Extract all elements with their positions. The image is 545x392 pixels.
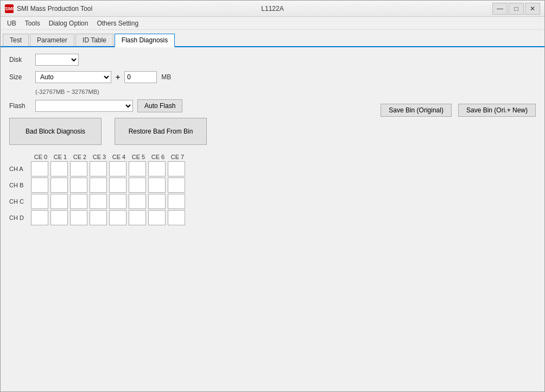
menu-bar: UB Tools Dialog Option Others Setting bbox=[1, 17, 544, 30]
col-header-6: CE 6 bbox=[148, 154, 168, 160]
cell-chd-7[interactable] bbox=[168, 210, 185, 225]
title-controls: — □ ✕ bbox=[492, 3, 540, 15]
cell-chd-3[interactable] bbox=[90, 210, 107, 225]
maximize-button[interactable]: □ bbox=[509, 3, 524, 15]
title-bar-left: SMI SMI Mass Production Tool bbox=[5, 4, 92, 13]
close-button[interactable]: ✕ bbox=[525, 3, 540, 15]
cell-chb-0[interactable] bbox=[31, 178, 48, 193]
grid-row-chd: CH D bbox=[9, 210, 536, 225]
auto-flash-button[interactable]: Auto Flash bbox=[137, 99, 182, 112]
disk-row: Disk bbox=[9, 54, 536, 66]
col-header-2: CE 2 bbox=[70, 154, 90, 160]
cell-chc-4[interactable] bbox=[109, 194, 126, 209]
app-title: SMI Mass Production Tool bbox=[17, 5, 92, 12]
app-icon: SMI bbox=[5, 4, 14, 13]
menu-ub[interactable]: UB bbox=[3, 18, 21, 28]
restore-bad-from-bin-button[interactable]: Restore Bad From Bin bbox=[115, 118, 207, 145]
cell-chc-6[interactable] bbox=[148, 194, 166, 209]
col-header-7: CE 7 bbox=[168, 154, 187, 160]
size-select[interactable]: Auto bbox=[35, 71, 111, 83]
cell-chd-0[interactable] bbox=[31, 210, 48, 225]
cell-chc-1[interactable] bbox=[50, 194, 68, 209]
cell-chb-4[interactable] bbox=[109, 178, 126, 193]
flash-label: Flash bbox=[9, 102, 31, 110]
cell-chc-3[interactable] bbox=[90, 194, 107, 209]
cell-chd-6[interactable] bbox=[148, 210, 166, 225]
cell-chd-2[interactable] bbox=[70, 210, 87, 225]
grid-row-chc: CH C bbox=[9, 194, 536, 209]
cell-chd-1[interactable] bbox=[50, 210, 68, 225]
tabs-bar: Test Parameter ID Table Flash Diagnosis bbox=[1, 30, 544, 47]
tab-id-table[interactable]: ID Table bbox=[75, 34, 113, 46]
grid-section: CE 0 CE 1 CE 2 CE 3 CE 4 CE 5 CE 6 CE 7 … bbox=[9, 154, 536, 225]
cell-chb-3[interactable] bbox=[90, 178, 107, 193]
plus-sign: + bbox=[116, 73, 120, 81]
row-label-chc: CH C bbox=[9, 198, 31, 205]
grid-col-headers: CE 0 CE 1 CE 2 CE 3 CE 4 CE 5 CE 6 CE 7 bbox=[31, 154, 536, 160]
cell-chd-4[interactable] bbox=[109, 210, 126, 225]
grid-row-cha: CH A bbox=[9, 161, 536, 176]
col-header-0: CE 0 bbox=[31, 154, 50, 160]
row-label-cha: CH A bbox=[9, 166, 31, 172]
cell-chb-2[interactable] bbox=[70, 178, 87, 193]
flash-select[interactable] bbox=[35, 100, 133, 112]
cell-chb-5[interactable] bbox=[129, 178, 146, 193]
menu-dialog-option[interactable]: Dialog Option bbox=[45, 18, 93, 28]
bad-block-diagnosis-button[interactable]: Bad Block Diagnosis bbox=[9, 118, 102, 145]
row-label-chb: CH B bbox=[9, 182, 31, 188]
col-header-3: CE 3 bbox=[90, 154, 109, 160]
cell-cha-7[interactable] bbox=[168, 161, 185, 176]
menu-others-setting[interactable]: Others Setting bbox=[92, 18, 143, 28]
content-area: Save Bin (Original) Save Bin (Ori.+ New)… bbox=[1, 47, 544, 391]
tab-flash-diagnosis[interactable]: Flash Diagnosis bbox=[115, 34, 175, 47]
size-range-label: (-32767MB ~ 32767MB) bbox=[35, 88, 536, 95]
cell-chc-0[interactable] bbox=[31, 194, 48, 209]
cell-cha-3[interactable] bbox=[90, 161, 107, 176]
save-buttons-group: Save Bin (Original) Save Bin (Ori.+ New) bbox=[381, 104, 536, 117]
size-input[interactable] bbox=[124, 71, 157, 83]
menu-tools[interactable]: Tools bbox=[21, 18, 45, 28]
tab-test[interactable]: Test bbox=[3, 34, 29, 46]
row-label-chd: CH D bbox=[9, 214, 31, 221]
cell-cha-1[interactable] bbox=[50, 161, 68, 176]
cell-chb-1[interactable] bbox=[50, 178, 68, 193]
cell-cha-6[interactable] bbox=[148, 161, 166, 176]
center-title: L1122A bbox=[261, 5, 283, 12]
col-header-5: CE 5 bbox=[129, 154, 148, 160]
action-buttons-row: Bad Block Diagnosis Restore Bad From Bin bbox=[9, 118, 536, 145]
col-header-1: CE 1 bbox=[50, 154, 70, 160]
cell-chb-6[interactable] bbox=[148, 178, 166, 193]
disk-select[interactable] bbox=[35, 54, 79, 66]
size-row: Size Auto + MB bbox=[9, 71, 536, 83]
cell-cha-0[interactable] bbox=[31, 161, 48, 176]
size-label: Size bbox=[9, 73, 31, 81]
grid-row-chb: CH B bbox=[9, 178, 536, 193]
cell-chc-7[interactable] bbox=[168, 194, 185, 209]
cell-chc-5[interactable] bbox=[129, 194, 146, 209]
col-header-4: CE 4 bbox=[109, 154, 129, 160]
size-unit: MB bbox=[161, 73, 171, 81]
cell-chd-5[interactable] bbox=[129, 210, 146, 225]
cell-cha-4[interactable] bbox=[109, 161, 126, 176]
cell-chb-7[interactable] bbox=[168, 178, 185, 193]
save-original-button[interactable]: Save Bin (Original) bbox=[381, 104, 452, 117]
cell-cha-5[interactable] bbox=[129, 161, 146, 176]
save-ori-new-button[interactable]: Save Bin (Ori.+ New) bbox=[458, 104, 536, 117]
tab-parameter[interactable]: Parameter bbox=[30, 34, 74, 46]
main-window: SMI SMI Mass Production Tool L1122A — □ … bbox=[0, 0, 545, 392]
disk-label: Disk bbox=[9, 56, 31, 64]
minimize-button[interactable]: — bbox=[492, 3, 508, 15]
cell-chc-2[interactable] bbox=[70, 194, 87, 209]
cell-cha-2[interactable] bbox=[70, 161, 87, 176]
title-bar: SMI SMI Mass Production Tool L1122A — □ … bbox=[1, 1, 544, 17]
